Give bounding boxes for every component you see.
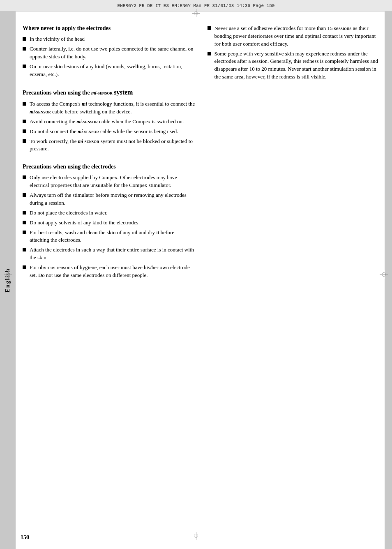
bullet-icon	[23, 175, 26, 179]
list-item: Do not apply solvents of any kind to the…	[23, 219, 195, 227]
right-column: Never use a set of adhesive electrodes f…	[208, 18, 380, 524]
content-area: Where never to apply the electrodes In t…	[23, 18, 380, 524]
item-text: Do not apply solvents of any kind to the…	[30, 219, 195, 227]
page-number: 150	[21, 534, 29, 541]
crosshair-bottom	[192, 532, 200, 540]
section-mi-sensor: Precautions when using the mi-SENSOR sys…	[23, 88, 195, 153]
right-border	[385, 12, 392, 549]
section-precautions-electrodes: Precautions when using the electrodes On…	[23, 163, 195, 279]
item-text: In the vicinity of the head	[30, 35, 195, 43]
bullet-icon	[23, 129, 26, 133]
where-never-list: In the vicinity of the head Counter-late…	[23, 35, 195, 78]
bullet-icon	[23, 120, 26, 123]
bullet-icon	[23, 211, 26, 215]
bullet-icon	[23, 47, 26, 51]
crosshair-top	[192, 9, 200, 17]
precautions-electrodes-list: Only use electrodes supplied by Compex. …	[23, 174, 195, 279]
list-item: On or near skin lesions of any kind (wou…	[23, 63, 195, 78]
list-item: Avoid connecting the mi-SENSOR cable whe…	[23, 118, 195, 126]
list-item: In the vicinity of the head	[23, 35, 195, 43]
bullet-icon	[23, 193, 26, 197]
bullet-icon	[23, 102, 26, 106]
list-item: To access the Compex's mi technology fun…	[23, 100, 195, 116]
bullet-icon	[208, 52, 211, 55]
list-item: To work correctly, the mi-SENSOR system …	[23, 138, 195, 153]
item-text: To work correctly, the mi-SENSOR system …	[30, 138, 195, 153]
bullet-icon	[23, 37, 26, 41]
bullet-icon	[23, 231, 26, 234]
section-title-where-never: Where never to apply the electrodes	[23, 25, 195, 32]
item-text: To access the Compex's mi technology fun…	[30, 100, 195, 116]
left-column: Where never to apply the electrodes In t…	[23, 18, 195, 524]
section-where-never: Where never to apply the electrodes In t…	[23, 25, 195, 78]
list-item: For best results, wash and clean the ski…	[23, 229, 195, 245]
item-text: On or near skin lesions of any kind (wou…	[30, 63, 195, 78]
section-title-mi-sensor: Precautions when using the mi-SENSOR sys…	[23, 88, 195, 97]
left-sidebar: English	[0, 12, 16, 549]
header-text: ENERGY2 FR DE IT ES EN:ENGY Man FR 31/01…	[12, 3, 380, 8]
bullet-icon	[23, 139, 26, 143]
item-text: Do not place the electrodes in water.	[30, 209, 195, 217]
list-item: Some people with very sensitive skin may…	[208, 50, 380, 81]
list-item: For obvious reasons of hygiene, each use…	[23, 264, 195, 279]
list-item: Always turn off the stimulator before mo…	[23, 191, 195, 207]
list-item: Do not place the electrodes in water.	[23, 209, 195, 217]
list-item: Only use electrodes supplied by Compex. …	[23, 174, 195, 189]
list-item: Counter-laterally, i.e. do not use two p…	[23, 45, 195, 61]
item-text: Attach the electrodes in such a way that…	[30, 246, 195, 262]
bullet-icon	[23, 65, 26, 68]
list-item: Do not disconnect the mi-SENSOR cable wh…	[23, 128, 195, 136]
sensor-text: -SENSOR	[97, 91, 113, 95]
item-text: For obvious reasons of hygiene, each use…	[30, 264, 195, 279]
mi-text: mi	[91, 90, 97, 96]
item-text: Only use electrodes supplied by Compex. …	[30, 174, 195, 189]
right-column-list: Never use a set of adhesive electrodes f…	[208, 25, 380, 81]
item-text: Avoid connecting the mi-SENSOR cable whe…	[30, 118, 195, 126]
item-text: Do not disconnect the mi-SENSOR cable wh…	[30, 128, 195, 136]
item-text: Never use a set of adhesive electrodes f…	[214, 25, 380, 48]
title-part1: Precautions when using the	[23, 90, 91, 96]
item-text: Some people with very sensitive skin may…	[214, 50, 380, 81]
crosshair-left	[4, 270, 12, 279]
bullet-icon	[23, 221, 26, 224]
page-container: ENERGY2 FR DE IT ES EN:ENGY Man FR 31/01…	[0, 0, 392, 549]
section-title-precautions-electrodes: Precautions when using the electrodes	[23, 163, 195, 171]
bullet-icon	[208, 26, 211, 30]
list-item: Attach the electrodes in such a way that…	[23, 246, 195, 262]
bullet-icon	[23, 248, 26, 251]
list-item: Never use a set of adhesive electrodes f…	[208, 25, 380, 48]
bullet-icon	[23, 265, 26, 269]
mi-sensor-list: To access the Compex's mi technology fun…	[23, 100, 195, 153]
system-text: system	[114, 89, 133, 96]
crosshair-right	[380, 270, 388, 279]
item-text: For best results, wash and clean the ski…	[30, 229, 195, 245]
item-text: Always turn off the stimulator before mo…	[30, 191, 195, 207]
item-text: Counter-laterally, i.e. do not use two p…	[30, 45, 195, 61]
